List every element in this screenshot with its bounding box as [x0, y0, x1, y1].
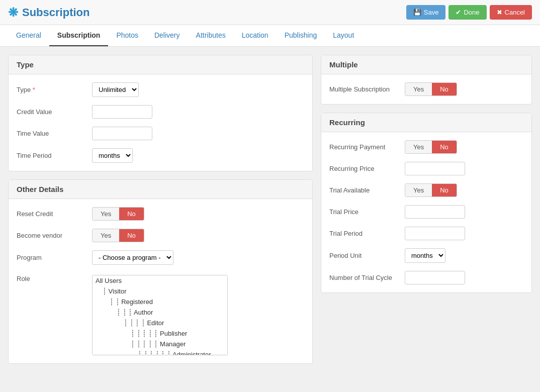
trial-price-input[interactable]: [405, 205, 465, 219]
num-trial-cycles-input[interactable]: [405, 271, 465, 284]
period-unit-select[interactable]: months days years: [405, 248, 445, 263]
time-period-label: Time Period: [17, 152, 92, 159]
num-trial-cycles-row: Number of Trial Cycle: [329, 271, 523, 284]
list-item[interactable]: ┊ ┊ ┊ ┊ ┊ Manager: [93, 339, 227, 349]
type-required: *: [33, 86, 35, 93]
list-item[interactable]: ┊ ┊ ┊ ┊ ┊ Publisher: [93, 328, 227, 339]
list-item[interactable]: ┊ ┊ ┊ Author: [93, 307, 227, 318]
trial-available-toggle: Yes No: [405, 183, 457, 197]
trial-available-label: Trial Available: [329, 186, 405, 194]
save-button[interactable]: 💾 Save: [406, 5, 446, 20]
recurring-card: Recurring Recurring Payment Yes No Recur…: [321, 113, 532, 293]
recurring-price-row: Recurring Price: [329, 162, 523, 175]
program-select[interactable]: - Choose a program -: [92, 250, 173, 265]
multiple-subscription-no[interactable]: No: [432, 83, 457, 95]
snowflake-icon: ❋: [8, 6, 18, 20]
reset-credit-label: Reset Credit: [17, 210, 92, 218]
trial-period-row: Trial Period: [329, 227, 523, 240]
tab-bar: General Subscription Photos Delivery Att…: [0, 25, 540, 47]
tab-layout[interactable]: Layout: [325, 25, 362, 46]
program-row: Program - Choose a program -: [17, 250, 304, 265]
reset-credit-no[interactable]: No: [119, 208, 144, 220]
right-column: Multiple Multiple Subscription Yes No Re…: [321, 55, 532, 364]
save-icon: 💾: [413, 9, 421, 16]
time-value-row: Time Value: [17, 127, 304, 140]
type-row: Type * Unlimited Limited Free: [17, 82, 304, 97]
tab-location[interactable]: Location: [234, 25, 277, 46]
recurring-card-header: Recurring: [321, 113, 531, 132]
type-select[interactable]: Unlimited Limited Free: [92, 82, 139, 97]
become-vendor-no[interactable]: No: [119, 229, 144, 242]
period-unit-row: Period Unit months days years: [329, 248, 523, 263]
x-icon: ✖: [497, 9, 502, 16]
trial-available-row: Trial Available Yes No: [329, 183, 523, 197]
multiple-subscription-row: Multiple Subscription Yes No: [329, 82, 523, 96]
become-vendor-toggle: Yes No: [92, 229, 144, 242]
check-icon: ✔: [456, 9, 461, 16]
tab-general[interactable]: General: [8, 25, 49, 46]
trial-price-label: Trial Price: [329, 208, 405, 216]
list-item[interactable]: ┊ ┊ Registered: [93, 297, 227, 307]
become-vendor-yes[interactable]: Yes: [93, 229, 119, 242]
credit-value-row: Credit Value: [17, 105, 304, 119]
become-vendor-row: Become vendor Yes No: [17, 229, 304, 242]
type-card-header: Type: [9, 55, 312, 74]
other-details-card: Other Details Reset Credit Yes No Become…: [8, 179, 313, 364]
main-content: Type Type * Unlimited Limited Free Credi…: [0, 47, 540, 372]
role-label: Role: [17, 275, 92, 282]
multiple-subscription-yes[interactable]: Yes: [405, 83, 432, 95]
recurring-payment-row: Recurring Payment Yes No: [329, 140, 523, 154]
cancel-button[interactable]: ✖ Cancel: [490, 5, 532, 20]
credit-value-input[interactable]: [92, 105, 152, 119]
credit-value-label: Credit Value: [17, 108, 92, 116]
tab-attributes[interactable]: Attributes: [188, 25, 234, 46]
recurring-payment-label: Recurring Payment: [329, 143, 405, 151]
type-label: Type *: [17, 86, 92, 93]
reset-credit-toggle: Yes No: [92, 207, 144, 221]
other-details-body: Reset Credit Yes No Become vendor Yes No…: [9, 199, 312, 363]
tab-subscription[interactable]: Subscription: [49, 25, 109, 46]
type-card-body: Type * Unlimited Limited Free Credit Val…: [9, 74, 312, 171]
time-period-select[interactable]: months days years: [92, 148, 133, 163]
time-value-label: Time Value: [17, 130, 92, 137]
done-button[interactable]: ✔ Done: [448, 5, 486, 20]
recurring-price-input[interactable]: [405, 162, 465, 175]
tab-delivery[interactable]: Delivery: [146, 25, 188, 46]
time-value-input[interactable]: [92, 127, 152, 140]
other-details-header: Other Details: [9, 180, 312, 199]
multiple-card-header: Multiple: [321, 55, 531, 74]
recurring-price-label: Recurring Price: [329, 165, 405, 172]
recurring-payment-yes[interactable]: Yes: [405, 141, 432, 153]
program-label: Program: [17, 254, 92, 261]
num-trial-cycles-label: Number of Trial Cycle: [329, 274, 405, 281]
time-period-row: Time Period months days years: [17, 148, 304, 163]
list-item[interactable]: ┊ ┊ ┊ ┊ ┊ ┊ Administrator: [93, 349, 227, 355]
multiple-card-body: Multiple Subscription Yes No: [321, 74, 531, 104]
tab-photos[interactable]: Photos: [108, 25, 146, 46]
trial-price-row: Trial Price: [329, 205, 523, 219]
left-column: Type Type * Unlimited Limited Free Credi…: [8, 55, 313, 364]
reset-credit-yes[interactable]: Yes: [93, 208, 119, 220]
recurring-payment-toggle: Yes No: [405, 140, 457, 154]
period-unit-label: Period Unit: [329, 252, 405, 259]
recurring-card-body: Recurring Payment Yes No Recurring Price…: [321, 132, 531, 292]
top-buttons: 💾 Save ✔ Done ✖ Cancel: [406, 5, 532, 20]
trial-period-input[interactable]: [405, 227, 465, 240]
multiple-subscription-label: Multiple Subscription: [329, 85, 405, 93]
role-listbox[interactable]: All Users ┊ Visitor ┊ ┊ Registered ┊ ┊ ┊…: [92, 275, 228, 355]
list-item[interactable]: ┊ Visitor: [93, 286, 227, 297]
trial-available-yes[interactable]: Yes: [405, 184, 432, 197]
page-title: Subscription: [22, 6, 89, 19]
recurring-payment-no[interactable]: No: [432, 141, 457, 153]
trial-available-no[interactable]: No: [432, 184, 457, 197]
multiple-card: Multiple Multiple Subscription Yes No: [321, 55, 532, 105]
tab-publishing[interactable]: Publishing: [277, 25, 325, 46]
page-title-area: ❋ Subscription: [8, 6, 89, 20]
role-row: Role All Users ┊ Visitor ┊ ┊ Registered …: [17, 273, 304, 355]
multiple-subscription-toggle: Yes No: [405, 82, 457, 96]
list-item[interactable]: All Users: [93, 275, 227, 286]
type-card: Type Type * Unlimited Limited Free Credi…: [8, 55, 313, 171]
list-item[interactable]: ┊ ┊ ┊ ┊ Editor: [93, 318, 227, 328]
become-vendor-label: Become vendor: [17, 232, 92, 239]
trial-period-label: Trial Period: [329, 230, 405, 237]
